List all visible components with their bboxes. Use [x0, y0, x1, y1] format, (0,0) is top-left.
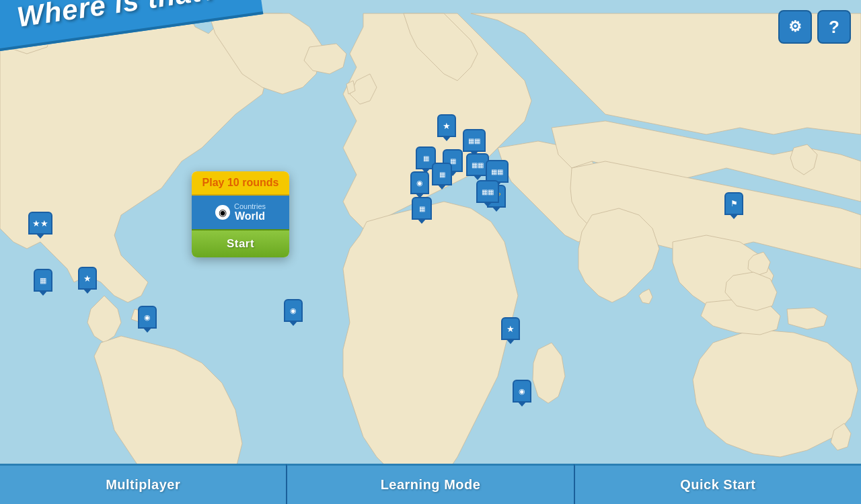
map-pin-star-double[interactable]: ★★: [28, 212, 52, 235]
help-button[interactable]: ?: [817, 10, 851, 44]
popup-header: Play 10 rounds: [192, 171, 289, 196]
popup-card: Play 10 rounds ◉ Countries World Start: [192, 171, 289, 257]
map-pin-star-1[interactable]: ★: [78, 267, 97, 290]
map-pin-chart-eu2[interactable]: ▦▦: [463, 129, 486, 152]
map-pin-globe-2[interactable]: ◉: [284, 299, 303, 322]
learning-mode-button[interactable]: Learning Mode: [286, 464, 573, 504]
popup-icon-row: ◉ Countries World: [215, 202, 266, 222]
popup-body: ◉ Countries World: [192, 196, 289, 229]
map-pin-chart-eu7[interactable]: ▦▦: [476, 180, 499, 203]
bottom-bar: Multiplayer Learning Mode Quick Start: [0, 464, 861, 504]
multiplayer-button[interactable]: Multiplayer: [0, 464, 286, 504]
world-map: [0, 0, 861, 504]
map-pin-globe-eu[interactable]: ◉: [410, 171, 429, 194]
popup-region: World: [234, 210, 266, 222]
map-container: Where is that? ★★ ▦ ★ ◉ ◉ ★: [0, 0, 861, 504]
settings-button[interactable]: ⚙: [778, 10, 812, 44]
map-pin-star-africa[interactable]: ★: [501, 317, 520, 340]
gear-icon: ⚙: [788, 18, 802, 36]
help-icon: ?: [829, 17, 839, 38]
map-pin-chart-eu5[interactable]: ▦: [432, 163, 452, 185]
map-pin-globe-1[interactable]: ◉: [138, 306, 157, 329]
map-pin-chart-1[interactable]: ▦: [34, 269, 52, 292]
popup-globe-icon: ◉: [215, 205, 230, 220]
map-pin-flag[interactable]: ⚑: [724, 192, 743, 215]
popup-category: Countries: [234, 202, 266, 210]
start-button[interactable]: Start: [192, 229, 289, 257]
quick-start-button[interactable]: Quick Start: [574, 464, 861, 504]
map-pin-globe-africa[interactable]: ◉: [513, 380, 531, 403]
top-right-buttons: ⚙ ?: [778, 10, 851, 44]
map-pin-chart-eu8[interactable]: ▦: [412, 197, 432, 220]
map-pin-star-europe[interactable]: ★: [437, 114, 456, 137]
map-pin-chart-eu6[interactable]: ▦▦: [486, 160, 509, 183]
